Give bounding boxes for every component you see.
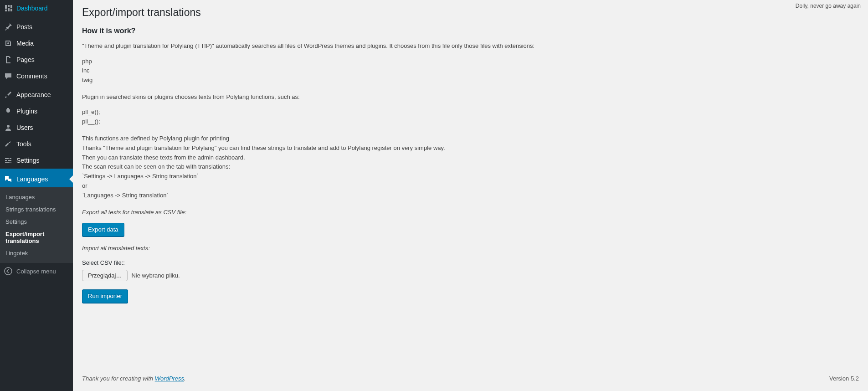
comment-icon [4,72,13,81]
func-item: pll__(); [82,117,859,127]
desc-line: Thanks "Theme and plugin translation for… [82,144,859,153]
sidebar-item-tools[interactable]: Tools [0,136,73,152]
page-icon [4,55,13,64]
sidebar-item-appearance[interactable]: Appearance [0,84,73,103]
sidebar-item-label: Languages [16,175,48,183]
how-it-works-heading: How it is work? [82,27,859,35]
desc-line: The scan result can be seen on the tab w… [82,162,859,172]
translate-icon [4,175,13,184]
sidebar-item-dashboard[interactable]: Dashboard [0,0,73,16]
sidebar-item-media[interactable]: Media [0,35,73,51]
file-input-row: Przeglądaj… Nie wybrano pliku. [82,270,859,281]
plugin-text: Plugin in searched skins or plugins choo… [82,93,859,102]
description-block: This functions are defined by Polylang p… [82,134,859,201]
export-data-button[interactable]: Export data [82,223,124,237]
sidebar-item-languages[interactable]: Languages [0,169,73,187]
sidebar-item-label: Settings [16,157,40,164]
wrench-icon [4,139,13,149]
run-importer-button[interactable]: Run importer [82,289,128,303]
browse-file-button[interactable]: Przeglądaj… [82,270,128,281]
sidebar-item-posts[interactable]: Posts [0,16,73,35]
sidebar-item-label: Tools [16,140,31,148]
admin-sidebar: Dashboard Posts Media Pages Comments App… [0,0,73,391]
admin-footer: Thank you for creating with WordPress. V… [82,368,859,391]
collapse-icon [4,267,13,276]
ext-item: twig [82,76,859,85]
desc-line: Then you can translate these texts from … [82,153,859,163]
sidebar-item-plugins[interactable]: Plugins [0,103,73,119]
sliders-icon [4,156,13,165]
sidebar-item-label: Pages [16,56,35,63]
sidebar-item-label: Appearance [16,91,51,98]
dashboard-icon [4,4,13,13]
sidebar-item-label: Plugins [16,108,37,115]
pin-icon [4,22,13,31]
functions-list: pll_e(); pll__(); [82,108,859,127]
sidebar-item-label: Users [16,124,33,131]
ext-item: inc [82,66,859,76]
desc-line: `Settings -> Languages -> String transla… [82,172,859,181]
sidebar-item-settings[interactable]: Settings [0,152,73,169]
sidebar-item-pages[interactable]: Pages [0,51,73,68]
import-label: Import all translated texts: [82,244,859,253]
collapse-menu[interactable]: Collapse menu [0,263,73,279]
file-status-text: Nie wybrano pliku. [131,272,180,279]
extensions-list: php inc twig [82,57,859,85]
media-icon [4,39,13,48]
svg-point-0 [5,268,12,275]
sidebar-item-users[interactable]: Users [0,119,73,136]
desc-line: or [82,181,859,191]
submenu-item-settings[interactable]: Settings [0,216,73,228]
func-item: pll_e(); [82,108,859,117]
wordpress-link[interactable]: WordPress [155,375,184,382]
desc-line: `Languages -> String translation` [82,191,859,201]
footer-thanks: Thank you for creating with WordPress. [82,375,186,382]
submenu-item-languages[interactable]: Languages [0,191,73,203]
plug-icon [4,107,13,116]
main-content: Dolly, never go away again Export/import… [73,0,868,391]
sidebar-item-label: Comments [16,72,47,80]
export-label: Export all texts for translate as CSV fi… [82,208,859,217]
collapse-label: Collapse menu [16,268,56,275]
ext-item: php [82,57,859,67]
desc-line: This functions are defined by Polylang p… [82,134,859,144]
sidebar-item-label: Dashboard [16,5,48,12]
submenu-item-lingotek[interactable]: Lingotek [0,247,73,259]
sidebar-item-label: Media [16,40,34,47]
user-icon [4,123,13,132]
submenu-item-export-import[interactable]: Export/import translations [0,228,73,247]
select-csv-label: Select CSV file:: [82,259,859,266]
sidebar-item-label: Posts [16,23,32,31]
footer-version: Version 5.2 [829,375,859,382]
submenu-item-strings[interactable]: Strings translations [0,203,73,216]
intro-text: "Theme and plugin translation for Polyla… [82,41,859,51]
sidebar-item-comments[interactable]: Comments [0,68,73,84]
brush-icon [4,90,13,99]
page-title: Export/import translations [82,6,859,19]
sidebar-submenu: Languages Strings translations Settings … [0,187,73,263]
hello-dolly-lyric: Dolly, never go away again [796,3,861,9]
